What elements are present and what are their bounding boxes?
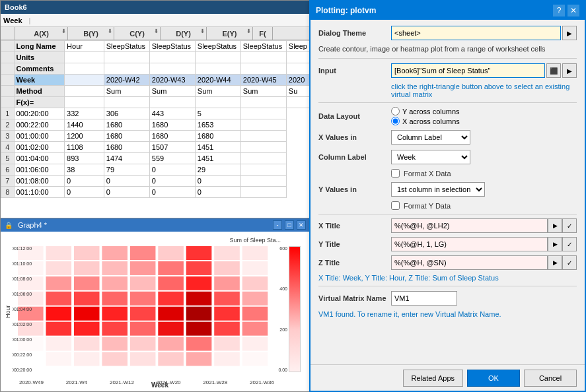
cell[interactable]	[195, 63, 240, 75]
y-title-arrow-btn[interactable]: ▶	[548, 237, 562, 251]
cell[interactable]: 1653	[195, 119, 240, 131]
cell[interactable]: Hour	[65, 41, 104, 52]
radio-x-across[interactable]: X across columns	[391, 117, 460, 125]
cell[interactable]: 2020-W42	[104, 75, 149, 86]
cell[interactable]: 5	[195, 108, 240, 119]
input-select-btn[interactable]: ⬛	[546, 63, 561, 78]
cell[interactable]: 1680	[149, 131, 195, 142]
dialog-theme-arrow-btn[interactable]: ▶	[562, 26, 577, 40]
cell[interactable]: 1108	[65, 142, 104, 153]
cell[interactable]	[65, 63, 104, 75]
cell[interactable]	[104, 52, 149, 63]
cell[interactable]: 1200	[65, 131, 104, 142]
cell[interactable]	[286, 52, 309, 63]
cell[interactable]: 0	[149, 187, 195, 198]
cell[interactable]: Sleep	[286, 41, 309, 52]
format-x-checkbox[interactable]	[391, 169, 400, 178]
cell[interactable]: 001:00:00	[14, 131, 64, 142]
virtual-matrix-link[interactable]: click the right-triangle button above to…	[391, 82, 577, 98]
cell[interactable]	[149, 52, 195, 63]
cell[interactable]	[286, 97, 309, 108]
col-header-f[interactable]: F(	[253, 27, 273, 40]
cell[interactable]: 1474	[104, 153, 149, 164]
cell[interactable]	[240, 119, 286, 131]
graph-max-btn[interactable]: □	[285, 220, 294, 230]
cell[interactable]: 0	[149, 176, 195, 187]
col-header-b[interactable]: B(Y) ⬇	[68, 27, 114, 40]
cell[interactable]: 2020-W43	[149, 75, 195, 86]
cell[interactable]: 1440	[65, 119, 104, 131]
cell[interactable]: 0	[104, 187, 149, 198]
x-title-check-btn[interactable]: ✓	[562, 218, 577, 233]
format-y-checkbox[interactable]	[391, 201, 400, 210]
cell[interactable]	[65, 86, 104, 97]
cell[interactable]: 1680	[104, 119, 149, 131]
cell[interactable]: 2020	[286, 75, 309, 86]
dialog-help-btn[interactable]: ?	[553, 5, 565, 16]
radio-x-input[interactable]	[391, 117, 400, 125]
cell[interactable]: 0	[149, 164, 195, 176]
col-header-c[interactable]: C(Y) ⬇	[114, 27, 161, 40]
cell[interactable]: 001:10:00	[14, 187, 64, 198]
col-sort-e[interactable]: ⬇	[246, 28, 251, 34]
cell[interactable]	[240, 187, 286, 198]
cell[interactable]: 001:06:00	[14, 164, 64, 176]
cell[interactable]	[65, 52, 104, 63]
cell[interactable]: 000:20:00	[14, 108, 64, 119]
cell[interactable]: 29	[195, 164, 240, 176]
cell[interactable]: 001:08:00	[14, 176, 64, 187]
col-sort-d[interactable]: ⬇	[200, 28, 205, 34]
cell[interactable]	[240, 131, 286, 142]
graph-min-btn[interactable]: -	[273, 220, 282, 230]
cancel-button[interactable]: Cancel	[524, 370, 577, 387]
column-label-select[interactable]: Week	[391, 150, 470, 164]
radio-y-across[interactable]: Y across columns	[391, 107, 460, 115]
cell[interactable]: 2020-W44	[195, 75, 240, 86]
y-values-select[interactable]: 1st column in selection	[391, 182, 485, 197]
x-title-input[interactable]	[391, 218, 548, 233]
cell[interactable]	[65, 97, 104, 108]
cell[interactable]	[240, 97, 286, 108]
cell[interactable]: Sum	[240, 86, 286, 97]
y-title-check-btn[interactable]: ✓	[562, 237, 577, 251]
cell[interactable]	[104, 97, 149, 108]
col-header-e[interactable]: E(Y) ⬇	[207, 27, 253, 40]
cell[interactable]: 332	[65, 108, 104, 119]
cell[interactable]	[65, 75, 104, 86]
dialog-close-btn[interactable]: ✕	[568, 5, 579, 16]
col-sort-b[interactable]: ⬇	[108, 28, 112, 34]
col-sort-c[interactable]: ⬇	[154, 28, 159, 34]
vm-name-input[interactable]	[391, 291, 457, 306]
cell[interactable]	[240, 63, 286, 75]
cell[interactable]: 79	[104, 164, 149, 176]
cell[interactable]: SleepStatus	[149, 41, 195, 52]
cell[interactable]: 443	[149, 108, 195, 119]
cell[interactable]: 0	[65, 187, 104, 198]
cell[interactable]: 38	[65, 164, 104, 176]
cell[interactable]: SleepStatus	[104, 41, 149, 52]
cell[interactable]	[104, 63, 149, 75]
cell[interactable]: 2020-W45	[240, 75, 286, 86]
graph-close-btn[interactable]: ✕	[297, 220, 306, 230]
cell[interactable]: SleepStatus	[195, 41, 240, 52]
z-title-arrow-btn[interactable]: ▶	[548, 255, 562, 270]
formula-input[interactable]	[33, 16, 307, 24]
cell[interactable]: 1507	[149, 142, 195, 153]
cell[interactable]: 0	[104, 176, 149, 187]
cell[interactable]: 1680	[104, 131, 149, 142]
cell[interactable]: SleepStatus	[240, 41, 286, 52]
ok-button[interactable]: OK	[467, 370, 520, 387]
dialog-theme-input[interactable]	[391, 26, 561, 40]
input-field[interactable]	[391, 63, 545, 78]
cell[interactable]	[240, 142, 286, 153]
cell[interactable]	[240, 164, 286, 176]
cell[interactable]: 001:04:00	[14, 153, 64, 164]
cell[interactable]: 1451	[195, 153, 240, 164]
input-arrow-btn[interactable]: ▶	[562, 63, 577, 78]
col-sort-a[interactable]: ⬇	[61, 28, 66, 34]
cell[interactable]	[240, 52, 286, 63]
cell[interactable]: 1680	[195, 131, 240, 142]
cell[interactable]: 1451	[195, 142, 240, 153]
cell[interactable]	[149, 97, 195, 108]
radio-y-input[interactable]	[391, 107, 400, 115]
